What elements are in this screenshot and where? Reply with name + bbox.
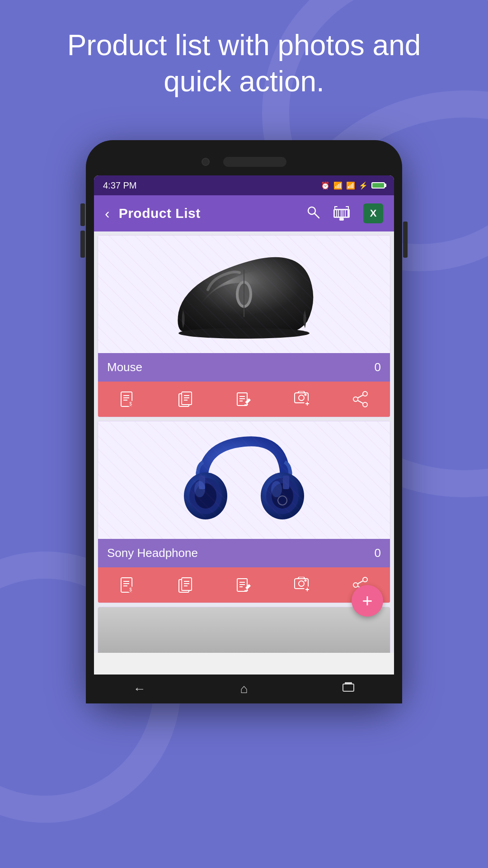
svg-point-47 [189, 478, 222, 514]
share-button[interactable] [349, 388, 372, 410]
svg-point-42 [353, 397, 358, 401]
svg-point-49 [261, 472, 304, 519]
product-card-partial [98, 607, 390, 653]
barcode-scanner-button[interactable] [331, 203, 352, 223]
export-excel-button[interactable]: X [363, 203, 383, 223]
svg-point-14 [236, 281, 252, 308]
svg-point-37 [305, 394, 307, 396]
svg-point-55 [194, 481, 205, 497]
product-info-mouse: Mouse 0 [98, 353, 390, 382]
hero-text: Product list with photos and quick actio… [0, 27, 488, 99]
product-count: 0 [375, 360, 381, 374]
nav-bar: ← ⌂ [94, 675, 394, 682]
action-bar-mouse: $ [98, 382, 390, 417]
svg-rect-6 [342, 210, 343, 217]
svg-rect-8 [346, 210, 347, 217]
status-time: 4:37 PM [103, 180, 136, 191]
svg-rect-54 [283, 476, 289, 489]
status-bar: 4:37 PM ⏰ 📶 📶 ⚡ [94, 175, 394, 195]
svg-point-75 [305, 580, 307, 582]
status-icons: ⏰ 📶 📶 ⚡ [321, 181, 385, 190]
product-count: 0 [375, 546, 381, 560]
svg-rect-9 [339, 218, 344, 221]
fab-label: + [362, 591, 372, 611]
svg-line-45 [358, 401, 363, 403]
excel-label: X [370, 208, 377, 219]
signal-icon-2: 📶 [346, 181, 355, 190]
svg-point-56 [271, 481, 282, 497]
power-button [403, 222, 408, 258]
battery-icon [371, 182, 385, 189]
back-button[interactable]: ‹ [105, 205, 110, 222]
app-bar-actions: X [306, 203, 383, 223]
svg-point-43 [363, 402, 367, 407]
svg-point-15 [239, 283, 249, 305]
copy-button[interactable] [174, 574, 197, 596]
add-product-button[interactable]: + [352, 585, 383, 617]
product-card: Sony Headphone 0 $ [98, 421, 390, 603]
svg-text:$: $ [129, 401, 132, 406]
svg-rect-53 [199, 476, 205, 489]
app-bar-title: Product List [119, 206, 306, 221]
app-bar: ‹ Product List [94, 195, 394, 231]
svg-text:$: $ [129, 587, 132, 592]
product-info-headphone: Sony Headphone 0 [98, 539, 390, 567]
photo-button[interactable] [291, 388, 314, 410]
invoice-button[interactable]: $ [116, 388, 139, 410]
svg-point-46 [184, 472, 227, 519]
svg-rect-7 [343, 210, 345, 217]
product-list: Mouse 0 $ [94, 231, 394, 653]
search-button[interactable] [306, 205, 320, 222]
bolt-icon: ⚡ [359, 181, 368, 190]
edit-button[interactable] [233, 388, 255, 410]
svg-line-1 [314, 213, 319, 218]
phone-screen: 4:37 PM ⏰ 📶 📶 ⚡ ‹ Product List [94, 175, 394, 682]
action-bar-headphone: $ [98, 567, 390, 603]
speaker [223, 157, 286, 167]
svg-rect-4 [337, 210, 338, 217]
copy-button[interactable] [174, 388, 197, 410]
phone-mockup: 4:37 PM ⏰ 📶 📶 ⚡ ‹ Product List [86, 140, 402, 703]
volume-down-button [80, 231, 85, 258]
product-name: Mouse [107, 360, 142, 374]
invoice-button[interactable]: $ [116, 574, 139, 596]
volume-up-button [80, 203, 85, 226]
svg-point-74 [299, 581, 304, 586]
signal-icon-1: 📶 [333, 181, 343, 190]
camera [202, 158, 210, 166]
svg-point-80 [353, 583, 358, 587]
svg-point-52 [278, 496, 287, 505]
svg-point-36 [299, 395, 304, 401]
svg-point-48 [195, 483, 216, 509]
svg-point-17 [178, 328, 310, 339]
svg-point-50 [266, 478, 299, 514]
svg-rect-5 [339, 210, 341, 217]
svg-point-79 [363, 577, 367, 582]
edit-button[interactable] [233, 574, 255, 596]
alarm-icon: ⏰ [321, 181, 330, 190]
svg-point-41 [363, 392, 367, 396]
photo-button[interactable] [291, 574, 314, 596]
product-image-headphone [98, 421, 390, 539]
product-image-mouse [98, 236, 390, 353]
svg-line-82 [358, 581, 363, 584]
product-image-partial [98, 607, 390, 653]
product-name: Sony Headphone [107, 546, 198, 560]
product-card: Mouse 0 $ [98, 235, 390, 417]
svg-rect-3 [335, 210, 336, 217]
svg-line-44 [358, 395, 363, 398]
svg-point-51 [272, 483, 293, 509]
